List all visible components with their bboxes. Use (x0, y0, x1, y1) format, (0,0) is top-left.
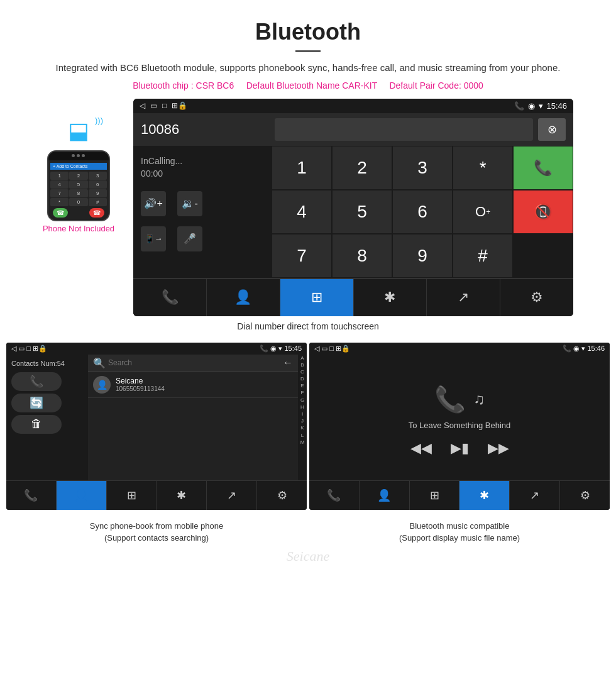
cs-call: 📞 (260, 345, 268, 352)
ms-wifi: ▾ (581, 345, 585, 352)
transfer-button[interactable]: 📱→ (141, 226, 166, 251)
mockup-body: + Add to Contacts 1 2 3 4 5 6 7 8 9 * 0 … (48, 160, 109, 220)
key-3[interactable]: 3 (392, 146, 453, 190)
ms-call: 📞 (563, 345, 571, 352)
contact-info: Seicane 10655059113144 (116, 377, 165, 392)
key-6[interactable]: 6 (392, 190, 453, 234)
phone-illustration-area: ⬓ ))) + Add to Contacts 1 2 3 4 5 (43, 99, 114, 233)
cnav-transfer[interactable]: ↗ (207, 481, 257, 510)
bottom-panels: ◁ ▭ □ ⊞🔒 📞 ◉ ▾ 15:45 Contacts Num:54 (6, 343, 610, 516)
mockup-call-btn[interactable]: ☎ (53, 208, 68, 218)
home-icon: ▭ (150, 101, 157, 110)
ms-signal: ⊞🔒 (336, 345, 350, 352)
spec-chip: Bluetooth chip : CSR BC6 (133, 80, 234, 91)
nav-bluetooth[interactable]: ✱ (354, 279, 427, 316)
signal-icon: ⊞🔒 (172, 101, 187, 110)
search-back-icon: ← (283, 357, 293, 368)
mute-button[interactable]: 🎤 (177, 226, 202, 251)
ms-loc: ◉ (573, 345, 580, 352)
mockup-status-bar (48, 152, 109, 160)
key-2[interactable]: 2 (332, 146, 392, 190)
key-4[interactable]: 4 (272, 190, 332, 234)
key-8[interactable]: 8 (332, 234, 392, 278)
contact-number: 10655059113144 (116, 385, 165, 392)
prev-track-button[interactable]: ◀◀ (410, 440, 432, 456)
music-panel: ◁ ▭ □ ⊞🔒 📞 ◉ ▾ 15:46 📞 ♫ (309, 343, 610, 510)
nav-contacts[interactable]: 👤 (207, 279, 280, 316)
mockup-keypad: 1 2 3 4 5 6 7 8 9 * 0 # (50, 172, 107, 206)
cnav-contacts[interactable]: 👤 (57, 481, 107, 510)
cs-signal: ⊞🔒 (33, 345, 47, 352)
call-button[interactable]: 📞 (513, 146, 573, 190)
contact-name: Seicane (116, 377, 165, 385)
title-divider (295, 50, 321, 52)
music-time: 15:46 (587, 345, 605, 352)
contacts-time: 15:45 (284, 345, 302, 352)
music-caption-line2: (Support display music file name) (399, 533, 520, 543)
cnav-phone[interactable]: 📞 (6, 481, 57, 510)
play-pause-button[interactable]: ▶▮ (451, 440, 469, 456)
cs-back: ◁ (11, 345, 16, 352)
music-phone-icon: 📞 (434, 385, 466, 414)
volume-down-button[interactable]: 🔉- (177, 191, 202, 216)
mnav-bt[interactable]: ✱ (459, 481, 510, 510)
calling-label: InCalling... (141, 156, 264, 166)
call-icon-status: 📞 (514, 101, 524, 111)
key-1[interactable]: 1 (272, 146, 332, 190)
mnav-settings[interactable]: ⚙ (560, 481, 610, 510)
key-star[interactable]: * (453, 146, 513, 190)
cnav-settings[interactable]: ⚙ (257, 481, 307, 510)
nav-settings[interactable]: ⚙ (500, 279, 573, 316)
key-0plus[interactable]: O+ (453, 190, 513, 234)
dial-main-area: InCalling... 00:00 🔊+ 🔉- 📱→ 🎤 1 2 3 (133, 146, 573, 278)
nav-transfer[interactable]: ↗ (427, 279, 500, 316)
nav-keypad[interactable]: ⊞ (280, 279, 354, 316)
music-note-icon: ♫ (473, 390, 485, 408)
key-5[interactable]: 5 (332, 190, 392, 234)
bottom-panels-wrapper: ◁ ▭ □ ⊞🔒 📞 ◉ ▾ 15:45 Contacts Num:54 (0, 343, 616, 565)
key-9[interactable]: 9 (392, 234, 453, 278)
contacts-caption: Sync phone-book from mobile phone (Suppo… (6, 516, 307, 546)
cs-recent: □ (26, 345, 31, 352)
dialed-number: 10086 (141, 121, 270, 138)
key-hash[interactable]: # (453, 234, 513, 278)
dial-input-area[interactable] (275, 118, 533, 141)
mnav-transfer[interactable]: ↗ (510, 481, 560, 510)
alpha-list: A B C D E F G H I J K L M (298, 355, 307, 480)
contacts-search-input[interactable] (108, 358, 283, 367)
volume-icons-row: 🔊+ 🔉- (141, 191, 264, 216)
contacts-panel: ◁ ▭ □ ⊞🔒 📞 ◉ ▾ 15:45 Contacts Num:54 (6, 343, 307, 510)
cnav-keypad[interactable]: ⊞ (107, 481, 157, 510)
key-7[interactable]: 7 (272, 234, 332, 278)
status-right-icons: 📞 ◉ ▾ 15:46 (514, 101, 568, 111)
music-controls: ◀◀ ▶▮ ▶▶ (410, 440, 509, 456)
cnav-bt[interactable]: ✱ (157, 481, 207, 510)
contacts-caption-line2: (Support contacts searching) (104, 533, 209, 543)
end-call-button[interactable]: 📵 (513, 190, 573, 234)
spec-name: Default Bluetooth Name CAR-KIT (246, 80, 377, 91)
contacts-delete-btn[interactable]: 🗑 (11, 415, 62, 434)
page-header: Bluetooth Integrated with BC6 Bluetooth … (0, 0, 616, 99)
contact-item[interactable]: 👤 Seicane 10655059113144 (88, 372, 298, 398)
music-caption-line1: Bluetooth music compatible (410, 521, 510, 531)
mnav-contacts[interactable]: 👤 (360, 481, 410, 510)
contacts-sync-btn[interactable]: 🔄 (11, 394, 62, 412)
volume-up-button[interactable]: 🔊+ (141, 191, 166, 216)
music-icon-area: 📞 ♫ (434, 385, 485, 414)
mnav-keypad[interactable]: ⊞ (410, 481, 460, 510)
dial-display-row: 10086 ⊗ (133, 113, 573, 146)
nav-phone[interactable]: 📞 (133, 279, 207, 316)
cs-home: ▭ (18, 345, 25, 352)
dial-status-bar: ◁ ▭ □ ⊞🔒 📞 ◉ ▾ 15:46 (133, 99, 573, 113)
next-track-button[interactable]: ▶▶ (488, 440, 509, 456)
mockup-end-btn[interactable]: ☎ (89, 208, 104, 218)
contacts-call-btn[interactable]: 📞 (11, 372, 62, 391)
mnav-phone[interactable]: 📞 (309, 481, 360, 510)
time-display: 15:46 (547, 101, 568, 111)
bt-waves: ))) (95, 116, 103, 124)
search-icon: 🔍 (93, 357, 106, 369)
backspace-button[interactable]: ⊗ (538, 118, 566, 141)
music-panel-nav: 📞 👤 ⊞ ✱ ↗ ⚙ (309, 480, 610, 510)
call-info-panel: InCalling... 00:00 🔊+ 🔉- 📱→ 🎤 (133, 146, 272, 278)
ms-back: ◁ (314, 345, 319, 352)
